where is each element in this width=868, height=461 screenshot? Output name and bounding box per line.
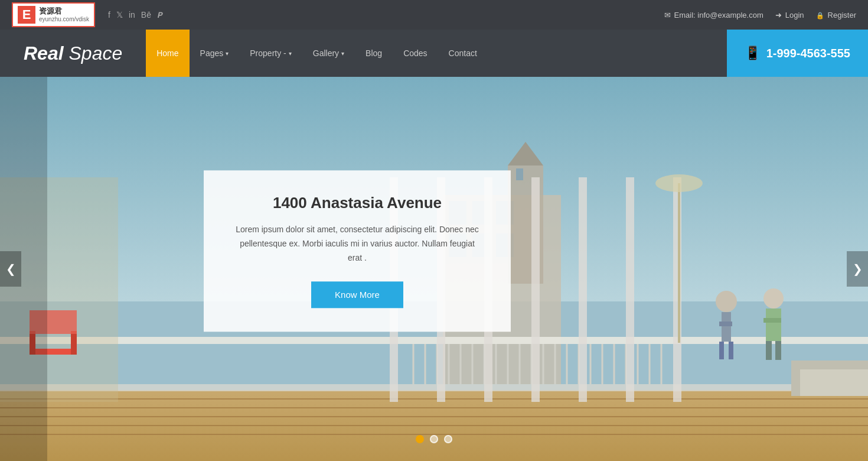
svg-point-61 xyxy=(655,174,703,192)
hero-card-text: Lorem ipsum dolor sit amet, consectetur … xyxy=(233,223,481,265)
social-facebook[interactable]: f xyxy=(108,10,110,20)
phone-number: 1-999-4563-555 xyxy=(766,47,850,60)
login-icon xyxy=(775,11,782,20)
slide-arrow-right[interactable]: ❯ xyxy=(847,251,868,287)
svg-rect-58 xyxy=(766,341,772,360)
nav-label-property: Property - xyxy=(250,48,286,58)
social-twitter[interactable]: 𝕏 xyxy=(116,10,123,20)
logo-letter: E xyxy=(18,6,35,24)
chevron-down-icon: ▾ xyxy=(226,50,229,57)
nav-item-home[interactable]: Home xyxy=(146,30,189,77)
svg-rect-64 xyxy=(71,331,77,355)
hero-card: 1400 Anastasia Avenue Lorem ipsum dolor … xyxy=(204,170,511,332)
nav-item-blog[interactable]: Blog xyxy=(355,30,393,77)
nav-item-pages[interactable]: Pages ▾ xyxy=(190,30,240,77)
logo-url: eyunzhu.com/vdisk xyxy=(39,16,89,22)
nav-label-blog: Blog xyxy=(366,48,382,58)
top-bar: E 资源君 eyunzhu.com/vdisk f 𝕏 in Bē 𝙋 Emai… xyxy=(0,0,868,30)
svg-point-50 xyxy=(716,291,737,312)
svg-rect-67 xyxy=(791,361,868,369)
nav-bar: Real Space Home Pages ▾ Property - ▾ Gal… xyxy=(0,30,868,77)
svg-rect-68 xyxy=(791,366,800,396)
know-more-button[interactable]: Know More xyxy=(311,282,403,309)
svg-rect-17 xyxy=(516,168,523,180)
email-text: Email: info@example.com xyxy=(674,11,763,20)
social-behance[interactable]: Bē xyxy=(141,10,151,20)
lock-icon xyxy=(816,11,824,20)
nav-item-contact[interactable]: Contact xyxy=(438,30,488,77)
register-label: Register xyxy=(828,11,856,20)
top-bar-right: Email: info@example.com Login Register xyxy=(664,11,856,20)
site-title-bold: Real xyxy=(24,43,64,64)
svg-rect-54 xyxy=(729,342,733,359)
svg-rect-46 xyxy=(579,177,587,402)
svg-point-55 xyxy=(763,288,784,309)
svg-rect-18 xyxy=(0,337,868,344)
svg-rect-56 xyxy=(766,309,781,341)
hero-card-title: 1400 Anastasia Avenue xyxy=(233,194,481,212)
chevron-down-icon-gallery: ▾ xyxy=(341,50,344,57)
svg-rect-53 xyxy=(719,342,724,359)
svg-rect-47 xyxy=(626,177,634,402)
nav-label-contact: Contact xyxy=(449,48,477,58)
logo[interactable]: E 资源君 eyunzhu.com/vdisk xyxy=(12,2,95,27)
phone-icon: 📱 xyxy=(745,46,761,61)
nav-item-gallery[interactable]: Gallery ▾ xyxy=(302,30,355,77)
carousel-dots xyxy=(416,435,452,443)
nav-menu: Home Pages ▾ Property - ▾ Gallery ▾ Blog… xyxy=(146,30,726,77)
svg-rect-45 xyxy=(531,177,540,402)
carousel-dot-3[interactable] xyxy=(444,435,452,443)
chevron-down-icon-property: ▾ xyxy=(289,50,292,57)
email-link[interactable]: Email: info@example.com xyxy=(664,11,763,20)
phone-button[interactable]: 📱 1-999-4563-555 xyxy=(727,30,868,77)
register-link[interactable]: Register xyxy=(816,11,856,20)
mail-icon xyxy=(664,11,671,20)
site-title: Real Space xyxy=(24,43,122,64)
nav-item-codes[interactable]: Codes xyxy=(393,30,438,77)
social-pinterest[interactable]: 𝙋 xyxy=(157,10,162,20)
login-link[interactable]: Login xyxy=(775,11,804,20)
nav-label-pages: Pages xyxy=(200,48,224,58)
nav-label-codes: Codes xyxy=(403,48,427,58)
svg-rect-19 xyxy=(0,384,868,391)
top-bar-left: E 资源君 eyunzhu.com/vdisk f 𝕏 in Bē 𝙋 xyxy=(12,2,162,27)
svg-rect-51 xyxy=(722,312,731,342)
logo-text: 资源君 eyunzhu.com/vdisk xyxy=(39,7,89,22)
logo-name: 资源君 xyxy=(39,7,89,15)
login-label: Login xyxy=(785,11,804,20)
social-linkedin[interactable]: in xyxy=(129,10,135,20)
social-icons: f 𝕏 in Bē 𝙋 xyxy=(108,10,162,20)
svg-rect-59 xyxy=(775,341,781,360)
site-title-light: Space xyxy=(64,43,123,64)
nav-item-property[interactable]: Property - ▾ xyxy=(239,30,302,77)
nav-label-home: Home xyxy=(156,48,178,58)
slide-arrow-left[interactable]: ❮ xyxy=(0,251,21,287)
nav-label-gallery: Gallery xyxy=(313,48,339,58)
svg-rect-66 xyxy=(791,366,868,396)
hero-section: 1400 Anastasia Avenue Lorem ipsum dolor … xyxy=(0,77,868,461)
carousel-dot-2[interactable] xyxy=(430,435,438,443)
carousel-dot-1[interactable] xyxy=(416,435,424,443)
